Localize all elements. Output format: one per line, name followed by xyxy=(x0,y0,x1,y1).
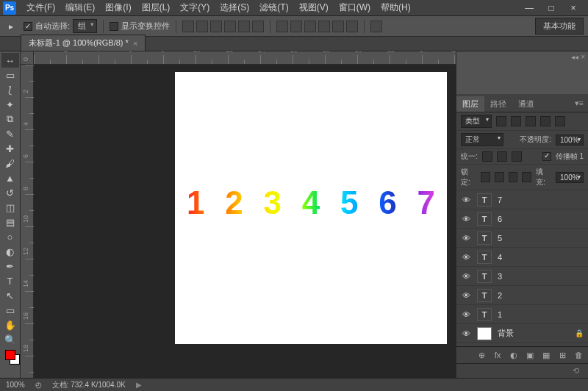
filter-kind-dropdown[interactable]: 类型 xyxy=(461,115,492,128)
visibility-icon[interactable]: 👁 xyxy=(461,329,471,338)
layer-row[interactable]: 👁背景🔒 xyxy=(456,324,588,343)
align-button[interactable] xyxy=(224,21,236,32)
filter-icon[interactable] xyxy=(496,116,506,126)
menu-item[interactable]: 窗口(W) xyxy=(334,0,375,15)
layer-row[interactable]: 👁T3 xyxy=(456,267,588,286)
panel-menu-icon[interactable]: ▾≡ xyxy=(570,96,588,112)
menu-item[interactable]: 图像(I) xyxy=(101,0,135,15)
show-transform-option[interactable]: 显示变换控件 xyxy=(110,21,170,32)
tool-stamp[interactable]: ▲ xyxy=(1,171,19,185)
zoom-level[interactable]: 100% xyxy=(6,381,25,389)
visibility-icon[interactable]: 👁 xyxy=(461,215,471,223)
layer-row[interactable]: 👁T4 xyxy=(456,248,588,267)
unify-button[interactable] xyxy=(482,151,492,162)
minimize-button[interactable]: — xyxy=(522,3,537,13)
tool-type[interactable]: T xyxy=(1,273,19,288)
panel-collapse-icon[interactable]: ◂◂ × xyxy=(571,53,585,61)
foreground-color[interactable] xyxy=(5,350,15,360)
distribute-button[interactable] xyxy=(304,21,316,32)
layer-name[interactable]: 5 xyxy=(498,234,502,243)
tool-eraser[interactable]: ◫ xyxy=(1,200,19,215)
layer-row[interactable]: 👁T2 xyxy=(456,286,588,305)
filter-icon[interactable] xyxy=(555,116,565,126)
auto-align-button[interactable] xyxy=(370,21,382,32)
layer-action-button[interactable]: ⊕ xyxy=(475,349,488,361)
layer-name[interactable]: 3 xyxy=(498,272,502,281)
layer-action-button[interactable]: ▣ xyxy=(523,349,537,361)
visibility-icon[interactable]: 👁 xyxy=(461,291,471,300)
visibility-icon[interactable]: 👁 xyxy=(461,253,471,262)
layer-action-button[interactable]: ▦ xyxy=(539,349,553,361)
panel-tab[interactable]: 通道 xyxy=(512,96,540,112)
menu-item[interactable]: 帮助(H) xyxy=(376,0,415,15)
tool-shape[interactable]: ▭ xyxy=(1,303,19,318)
visibility-icon[interactable]: 👁 xyxy=(461,272,471,281)
auto-select-option[interactable]: 自动选择: 组 xyxy=(24,19,97,33)
maximize-button[interactable]: □ xyxy=(544,3,559,13)
layer-name[interactable]: 2 xyxy=(498,291,502,300)
status-icon[interactable]: ◴ xyxy=(35,381,42,389)
layer-action-button[interactable]: ⊞ xyxy=(556,349,569,361)
layer-action-button[interactable]: ◐ xyxy=(507,349,520,361)
visibility-icon[interactable]: 👁 xyxy=(461,310,471,319)
lock-button[interactable] xyxy=(509,172,518,182)
workspace-button[interactable]: 基本功能 xyxy=(535,18,584,35)
menu-item[interactable]: 文件(F) xyxy=(22,0,60,15)
tool-crop[interactable]: ⧉ xyxy=(1,112,19,126)
layer-name[interactable]: 6 xyxy=(498,215,502,223)
unify-button[interactable] xyxy=(512,151,522,162)
tool-brush[interactable]: 🖌 xyxy=(1,156,19,171)
propagate-checkbox[interactable] xyxy=(542,152,551,161)
distribute-button[interactable] xyxy=(276,21,288,32)
tool-dodge[interactable]: ◐ xyxy=(1,244,19,259)
color-swatches[interactable] xyxy=(5,350,15,370)
align-button[interactable] xyxy=(210,21,222,32)
panel-tab[interactable]: 图层 xyxy=(456,96,484,112)
tool-pen[interactable]: ✒ xyxy=(1,259,19,273)
tool-wand[interactable]: ✦ xyxy=(1,97,19,112)
tool-gradient[interactable]: ▤ xyxy=(1,215,19,229)
visibility-icon[interactable]: 👁 xyxy=(461,234,471,243)
filter-icon[interactable] xyxy=(526,116,536,126)
menu-item[interactable]: 滤镜(T) xyxy=(255,0,293,15)
blend-mode-dropdown[interactable]: 正常 xyxy=(461,133,503,146)
align-button[interactable] xyxy=(238,21,250,32)
canvas[interactable]: 1234567 xyxy=(175,72,447,344)
lock-button[interactable] xyxy=(495,172,504,182)
align-button[interactable] xyxy=(252,21,264,32)
align-button[interactable] xyxy=(182,21,194,32)
menu-item[interactable]: 编辑(E) xyxy=(61,0,99,15)
menu-item[interactable]: 选择(S) xyxy=(215,0,254,15)
unify-button[interactable] xyxy=(497,151,507,162)
tool-path-select[interactable]: ↖ xyxy=(1,288,19,303)
tool-eyedropper[interactable]: ✎ xyxy=(1,126,19,141)
layer-row[interactable]: 👁T7 xyxy=(456,190,588,209)
panel-tab[interactable]: 路径 xyxy=(484,96,512,112)
tool-hand[interactable]: ✋ xyxy=(1,318,19,332)
auto-select-checkbox[interactable] xyxy=(24,22,32,31)
align-button[interactable] xyxy=(196,21,208,32)
distribute-button[interactable] xyxy=(332,21,344,32)
menu-item[interactable]: 视图(V) xyxy=(295,0,333,15)
menu-item[interactable]: 文字(Y) xyxy=(176,0,214,15)
tool-marquee[interactable]: ▭ xyxy=(1,68,19,82)
layer-name[interactable]: 1 xyxy=(498,310,502,319)
auto-select-dropdown[interactable]: 组 xyxy=(73,19,97,33)
layer-row[interactable]: 👁T6 xyxy=(456,209,588,229)
layer-name[interactable]: 4 xyxy=(498,253,502,262)
layer-action-button[interactable]: 🗑 xyxy=(572,349,585,361)
opacity-value[interactable]: 100% xyxy=(556,134,584,146)
filter-icon[interactable] xyxy=(511,116,521,126)
canvas-area[interactable]: 02468101214161820222426 024681012141618 … xyxy=(21,51,456,378)
tool-zoom[interactable]: 🔍 xyxy=(1,332,19,347)
tool-blur[interactable]: ○ xyxy=(1,229,19,244)
distribute-button[interactable] xyxy=(346,21,358,32)
distribute-button[interactable] xyxy=(318,21,330,32)
lock-button[interactable] xyxy=(522,172,531,182)
visibility-icon[interactable]: 👁 xyxy=(461,196,471,204)
fill-value[interactable]: 100% xyxy=(556,172,584,183)
document-tab-close[interactable]: × xyxy=(133,39,137,48)
document-tab[interactable]: 未标题-1 @ 100%(RGB/8) * × xyxy=(21,35,146,51)
layer-action-button[interactable]: fx xyxy=(491,349,504,361)
filter-icon[interactable] xyxy=(540,116,551,126)
